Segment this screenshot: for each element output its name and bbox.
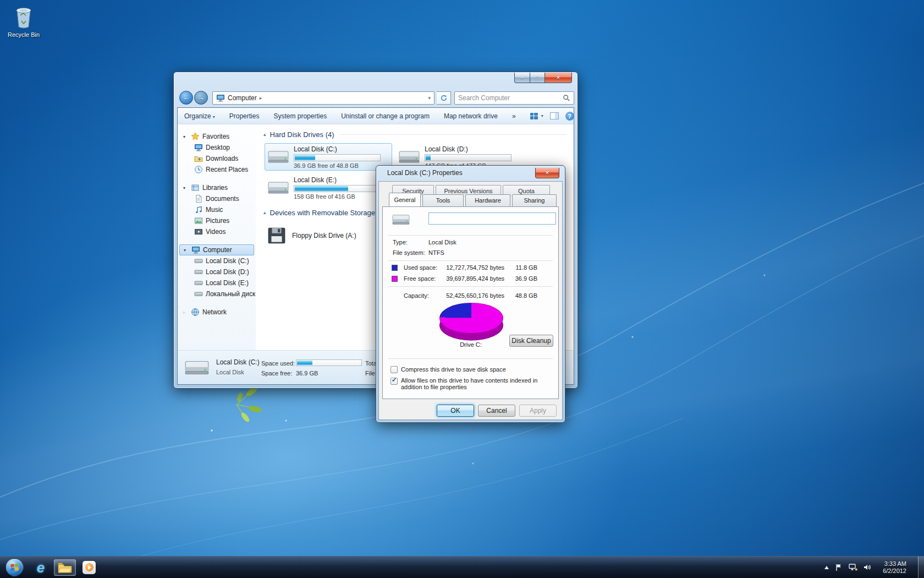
uninstall-command[interactable]: Uninstall or change a program bbox=[341, 112, 430, 120]
desktop: Recycle Bin – □ ✕ ← → Computer ▸ ▾ bbox=[0, 0, 924, 578]
compress-checkbox-label[interactable]: Compress this drive to save disk space bbox=[401, 366, 506, 373]
desktop-icon bbox=[194, 143, 203, 152]
system-properties-command[interactable]: System properties bbox=[273, 112, 327, 120]
capacity-bar bbox=[294, 185, 381, 192]
drive-icon bbox=[184, 356, 210, 379]
taskbar-clock[interactable]: 3:33 AM 6/2/2012 bbox=[877, 560, 912, 575]
views-icon bbox=[530, 113, 538, 119]
type-value: Local Disk bbox=[428, 239, 457, 246]
sidebar-item-downloads[interactable]: Downloads bbox=[178, 153, 256, 164]
recycle-bin-label: Recycle Bin bbox=[3, 31, 44, 38]
free-bytes: 39,697,895,424 bytes bbox=[441, 275, 504, 282]
drive-icon bbox=[194, 290, 203, 298]
libraries-icon bbox=[191, 183, 200, 192]
help-button[interactable]: ? bbox=[565, 112, 574, 121]
address-dropdown-icon[interactable]: ▾ bbox=[428, 95, 431, 101]
network-icon[interactable] bbox=[849, 564, 857, 571]
preview-pane-button[interactable] bbox=[550, 112, 559, 119]
dialog-close-button[interactable]: ✕ bbox=[535, 168, 559, 178]
map-network-drive-command[interactable]: Map network drive bbox=[444, 112, 498, 120]
drive-icon bbox=[267, 147, 289, 167]
toolbar-overflow-chevron[interactable]: » bbox=[512, 112, 516, 120]
sidebar-item-pictures[interactable]: Pictures bbox=[178, 215, 256, 226]
address-bar[interactable]: Computer ▸ ▾ bbox=[212, 91, 435, 105]
show-hidden-icons-button[interactable] bbox=[824, 566, 829, 569]
search-input[interactable] bbox=[458, 94, 563, 102]
expand-arrow-icon[interactable]: ▾ bbox=[183, 134, 188, 139]
navigation-bar: ← → Computer ▸ ▾ bbox=[174, 89, 578, 107]
tab-general[interactable]: General bbox=[389, 193, 421, 206]
change-view-button[interactable]: ▾ bbox=[530, 113, 543, 119]
refresh-icon bbox=[440, 94, 448, 102]
selected-item-type: Local Disk bbox=[216, 369, 244, 375]
apply-button[interactable]: Apply bbox=[519, 405, 557, 417]
close-button[interactable]: ✕ bbox=[545, 73, 572, 83]
document-icon bbox=[194, 194, 203, 203]
system-tray: 3:33 AM 6/2/2012 bbox=[824, 557, 924, 578]
clock-date: 6/2/2012 bbox=[883, 568, 906, 575]
sidebar-item-network[interactable]: ▹ Network bbox=[178, 307, 256, 318]
search-icon bbox=[563, 94, 570, 102]
collapse-arrow-icon[interactable]: ▹ bbox=[183, 310, 188, 315]
search-box bbox=[454, 91, 574, 105]
clock-time: 3:33 AM bbox=[883, 560, 906, 568]
capacity-bar bbox=[425, 154, 512, 161]
show-desktop-button[interactable] bbox=[918, 557, 924, 578]
organize-menu[interactable]: Organize▾ bbox=[184, 112, 215, 120]
maximize-button[interactable]: □ bbox=[530, 73, 545, 83]
tab-tools[interactable]: Tools bbox=[422, 194, 464, 206]
forward-button[interactable]: → bbox=[194, 91, 208, 105]
tab-hardware[interactable]: Hardware bbox=[465, 194, 510, 206]
drive-icon bbox=[194, 279, 203, 287]
sidebar-item-music[interactable]: Music bbox=[178, 204, 256, 215]
recycle-bin[interactable]: Recycle Bin bbox=[3, 4, 44, 38]
index-checkbox-label[interactable]: Allow files on this drive to have conten… bbox=[401, 377, 554, 390]
sidebar-item-videos[interactable]: Videos bbox=[178, 226, 256, 237]
sidebar-item-computer[interactable]: ▾ Computer bbox=[179, 244, 254, 255]
free-size: 36.9 GB bbox=[507, 275, 537, 282]
sidebar-item-libraries[interactable]: ▾ Libraries bbox=[178, 182, 256, 193]
minimize-button[interactable]: – bbox=[514, 73, 530, 83]
cancel-button[interactable]: Cancel bbox=[478, 405, 515, 417]
action-center-flag-icon[interactable] bbox=[835, 564, 843, 571]
group-header-hard-disks[interactable]: ▴ Hard Disk Drives (4) bbox=[263, 129, 574, 140]
back-button[interactable]: ← bbox=[179, 91, 193, 105]
index-checkbox[interactable] bbox=[391, 378, 398, 385]
sidebar-item-local-disk-c[interactable]: Local Disk (C:) bbox=[178, 255, 256, 266]
media-player-icon bbox=[82, 561, 96, 574]
drive-tile-e[interactable]: Local Disk (E:) 158 GB free of 416 GB bbox=[265, 174, 392, 201]
drive-icon bbox=[398, 147, 420, 167]
compress-checkbox[interactable] bbox=[391, 366, 398, 373]
properties-command[interactable]: Properties bbox=[229, 112, 260, 120]
navigation-pane: ▾ Favorites Desktop Downloads Rece bbox=[178, 124, 256, 350]
tab-sharing[interactable]: Sharing bbox=[512, 194, 557, 206]
refresh-button[interactable] bbox=[437, 91, 451, 105]
taskbar-internet-explorer[interactable]: e bbox=[30, 559, 52, 576]
taskbar-media-player[interactable] bbox=[78, 559, 100, 576]
taskbar-windows-explorer[interactable] bbox=[54, 559, 76, 576]
volume-label-input[interactable] bbox=[428, 212, 556, 225]
breadcrumb-arrow-icon[interactable]: ▸ bbox=[260, 95, 262, 101]
wallpaper-leaves bbox=[236, 385, 262, 423]
floppy-drive-tile[interactable]: Floppy Disk Drive (A:) bbox=[267, 223, 393, 248]
collapse-group-icon[interactable]: ▴ bbox=[263, 210, 266, 215]
volume-icon[interactable] bbox=[864, 564, 871, 571]
capacity-pie-chart bbox=[439, 303, 503, 341]
sidebar-item-local-disk-f[interactable]: Локальный диск (F:) bbox=[178, 288, 256, 299]
sidebar-item-local-disk-e[interactable]: Local Disk (E:) bbox=[178, 277, 256, 288]
sidebar-item-documents[interactable]: Documents bbox=[178, 193, 256, 204]
sidebar-item-favorites[interactable]: ▾ Favorites bbox=[178, 131, 256, 142]
drive-icon bbox=[267, 178, 289, 198]
drive-tile-c[interactable]: Local Disk (C:) 36.9 GB free of 48.8 GB bbox=[265, 143, 392, 171]
ok-button[interactable]: OK bbox=[437, 405, 474, 417]
breadcrumb[interactable]: Computer bbox=[228, 94, 257, 102]
collapse-group-icon[interactable]: ▴ bbox=[263, 132, 266, 137]
start-button[interactable] bbox=[0, 557, 29, 578]
disk-cleanup-button[interactable]: Disk Cleanup bbox=[509, 335, 553, 347]
expand-arrow-icon[interactable]: ▾ bbox=[183, 186, 188, 190]
expand-arrow-icon[interactable]: ▾ bbox=[184, 248, 189, 253]
sidebar-item-recent-places[interactable]: Recent Places bbox=[178, 164, 256, 175]
computer-icon bbox=[216, 94, 225, 102]
sidebar-item-desktop[interactable]: Desktop bbox=[178, 142, 256, 153]
sidebar-item-local-disk-d[interactable]: Local Disk (D:) bbox=[178, 266, 256, 277]
